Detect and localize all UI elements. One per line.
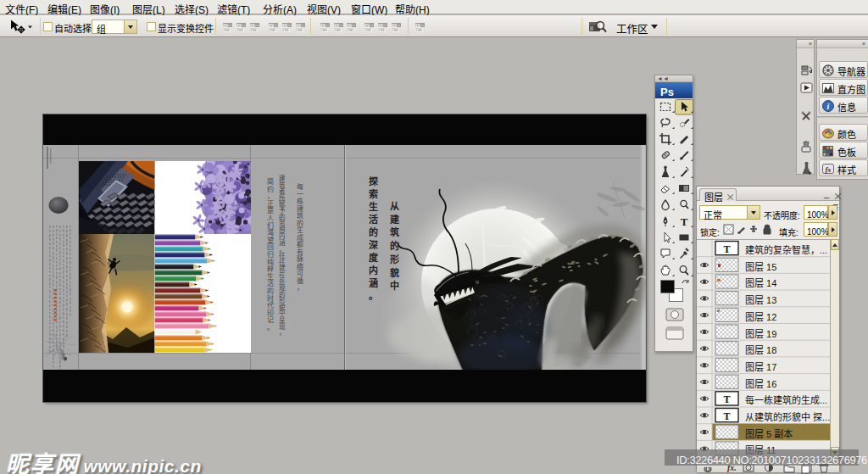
svg-text:T: T xyxy=(723,243,730,255)
svg-text:T: T xyxy=(681,215,688,228)
svg-text:fx: fx xyxy=(825,165,832,174)
svg-text:i: i xyxy=(827,102,830,111)
svg-text:T: T xyxy=(723,410,730,422)
svg-text:T: T xyxy=(723,393,730,405)
